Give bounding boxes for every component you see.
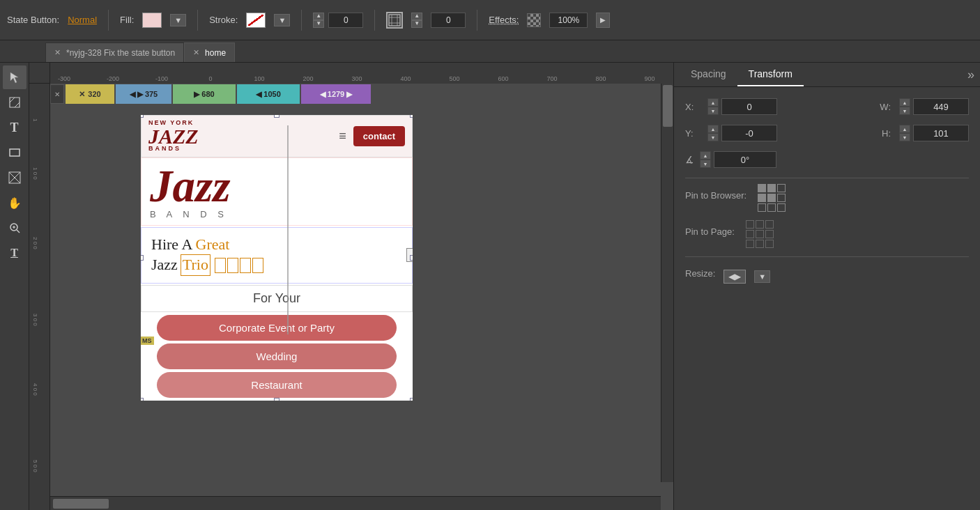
- hero-bands: B A N D S: [150, 209, 404, 219]
- pin-page-label: Pin to Page:: [685, 226, 735, 237]
- ruler-mark: 900: [644, 75, 654, 82]
- ruler-mark: -300: [58, 75, 70, 82]
- pin-page-row: Pin to Page:: [685, 220, 969, 248]
- h-spinner[interactable]: ▲ ▼: [899, 125, 910, 141]
- x-spinner[interactable]: ▲ ▼: [707, 98, 719, 115]
- h-label: H:: [882, 128, 891, 139]
- ruler-vertical: 1 1 0 0 2 0 0 3 0 0 4 0 0 5 0 0: [29, 84, 50, 510]
- effects-input[interactable]: 100%: [549, 13, 588, 28]
- angle-down[interactable]: ▼: [700, 160, 711, 168]
- pin-page-icon[interactable]: [746, 220, 774, 248]
- add-content-btn[interactable]: +: [406, 248, 413, 262]
- top-toolbar: State Button: Normal Fill: ▼ Stroke: ▼ ▲…: [0, 0, 980, 40]
- y-spinner[interactable]: ▲ ▼: [707, 125, 719, 141]
- rectangle-tool-btn[interactable]: [3, 141, 26, 164]
- tab-title-2: home: [205, 48, 226, 58]
- transform-tool-btn[interactable]: [3, 91, 26, 114]
- tab-close-2[interactable]: ✕: [193, 48, 199, 57]
- y-up[interactable]: ▲: [707, 125, 719, 133]
- ruler-horizontal: -300 -200 -100 0 100 200 300 400 500 600…: [50, 63, 673, 84]
- ruler-mark: 0: [208, 75, 212, 82]
- tab-spacing[interactable]: Spacing: [680, 63, 737, 86]
- effects-arrow[interactable]: ▶: [596, 13, 610, 28]
- state-button-value[interactable]: Normal: [68, 15, 97, 25]
- hand-tool-btn[interactable]: ✋: [3, 191, 26, 215]
- ruler-mark: 500: [449, 75, 459, 82]
- angle-icon: ∡: [685, 154, 694, 165]
- h-down[interactable]: ▼: [899, 133, 910, 141]
- tab-home[interactable]: ✕ home: [184, 42, 235, 62]
- for-your-section: For Your: [141, 285, 413, 312]
- pin-browser-icon[interactable]: [758, 184, 786, 212]
- tab-transform[interactable]: Transform: [737, 63, 804, 86]
- canvas-container[interactable]: -300 -200 -100 0 100 200 300 400 500 600…: [29, 63, 673, 510]
- main-area: T ✋ T -300 -200: [0, 63, 980, 510]
- zoom-tool-btn[interactable]: [3, 216, 26, 240]
- fill-label: Fill:: [120, 15, 134, 25]
- tab-close-1[interactable]: ✕: [54, 48, 61, 57]
- w-input[interactable]: 449: [913, 98, 969, 115]
- w-label: W:: [880, 102, 891, 112]
- frame-down[interactable]: ▼: [411, 20, 422, 28]
- ruler-mark: 600: [498, 75, 508, 82]
- divider-1: [685, 178, 969, 178]
- tab-nyjg[interactable]: ✕ *nyjg-328 Fix the state button: [45, 42, 184, 62]
- y-input-group: ▲ ▼ -0: [707, 125, 777, 141]
- fill-dropdown[interactable]: ▼: [170, 14, 186, 26]
- resize-section: Resize: ◀▶ ▼: [685, 268, 969, 284]
- tagline-section: + Hire A Great Jazz Trio: [141, 227, 413, 284]
- x-input[interactable]: 0: [721, 98, 777, 115]
- contact-button[interactable]: contact: [353, 126, 405, 146]
- text2-tool-btn[interactable]: T: [3, 241, 26, 265]
- separator-5: [477, 10, 477, 31]
- ruler-mark: -100: [155, 75, 168, 82]
- resize-dropdown[interactable]: ▼: [754, 270, 770, 283]
- scrollbar-vertical[interactable]: [661, 84, 673, 482]
- y-label: Y:: [685, 128, 702, 139]
- image-tool-btn[interactable]: [3, 166, 26, 190]
- angle-spinner[interactable]: ▲ ▼: [700, 151, 711, 168]
- scrollbar-horizontal[interactable]: [50, 496, 661, 510]
- left-toolbar: T ✋ T: [0, 63, 29, 510]
- cta-btn-3[interactable]: Restaurant: [157, 372, 396, 398]
- stroke-width-down[interactable]: ▼: [313, 20, 324, 28]
- frame-input[interactable]: 0: [431, 13, 466, 28]
- logo: NEW YORK Jazz BANDS: [148, 120, 199, 153]
- w-up[interactable]: ▲: [899, 98, 910, 107]
- x-input-group: ▲ ▼ 0: [707, 98, 777, 115]
- angle-up[interactable]: ▲: [700, 151, 711, 160]
- text-tool-btn[interactable]: T: [3, 116, 26, 139]
- w-down[interactable]: ▼: [899, 107, 910, 115]
- svg-rect-5: [10, 149, 20, 156]
- y-down[interactable]: ▼: [707, 133, 719, 141]
- h-input[interactable]: 101: [913, 125, 969, 141]
- panel-expand-btn[interactable]: »: [967, 68, 974, 82]
- stroke-width-input[interactable]: 0: [328, 13, 363, 28]
- svg-line-10: [17, 230, 20, 233]
- stroke-label: Stroke:: [209, 15, 238, 25]
- frame-up[interactable]: ▲: [411, 13, 422, 20]
- hero-jazz: Jazz: [150, 164, 404, 209]
- x-up[interactable]: ▲: [707, 98, 719, 107]
- stroke-color-box[interactable]: [246, 13, 266, 28]
- select-tool-btn[interactable]: [3, 65, 26, 89]
- divider-2: [685, 256, 969, 257]
- pin-browser-row: Pin to Browser:: [685, 184, 969, 212]
- cta-btn-1[interactable]: Corporate Event or Party: [157, 315, 396, 341]
- angle-input[interactable]: 0°: [714, 151, 776, 168]
- stroke-width-group: ▲ ▼ 0: [313, 13, 363, 28]
- h-up[interactable]: ▲: [899, 125, 910, 133]
- page-preview[interactable]: NEW YORK Jazz BANDS ≡ contact Jazz B A N…: [141, 115, 413, 401]
- stroke-width-up[interactable]: ▲: [313, 13, 324, 20]
- angle-row: ∡ ▲ ▼ 0°: [685, 151, 969, 168]
- y-input[interactable]: -0: [721, 125, 777, 141]
- tagline-hire-a: Hire A: [151, 235, 196, 253]
- stroke-dropdown[interactable]: ▼: [274, 14, 290, 26]
- resize-icon[interactable]: ◀▶: [723, 270, 746, 284]
- fill-color-box[interactable]: [142, 13, 162, 28]
- cta-btn-2[interactable]: Wedding: [157, 343, 396, 369]
- x-down[interactable]: ▼: [707, 107, 719, 115]
- canvas-scroll[interactable]: NEW YORK Jazz BANDS ≡ contact Jazz B A N…: [50, 84, 673, 496]
- w-spinner[interactable]: ▲ ▼: [899, 98, 910, 115]
- panel-tabs: Spacing Transform »: [674, 63, 980, 87]
